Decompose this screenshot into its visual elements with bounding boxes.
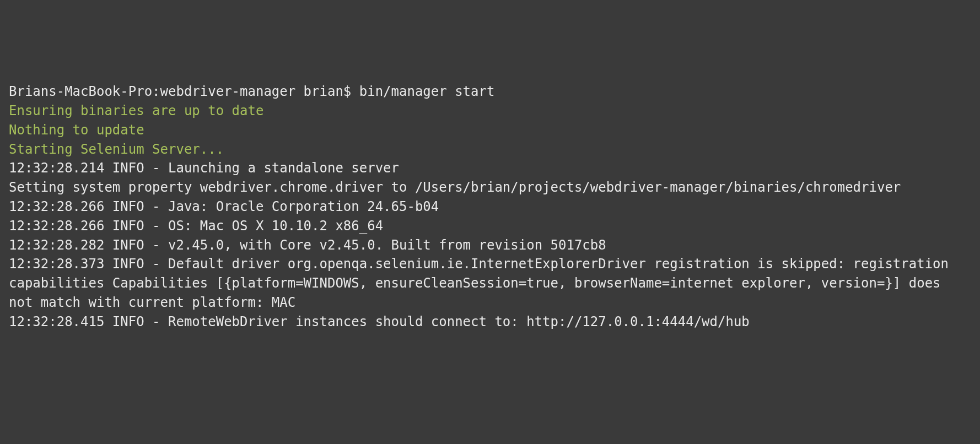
- log-line: 12:32:28.214 INFO - Launching a standalo…: [9, 159, 971, 178]
- log-line: 12:32:28.373 INFO - Default driver org.o…: [9, 255, 971, 312]
- status-line: Ensuring binaries are up to date: [9, 101, 971, 121]
- log-line: Setting system property webdriver.chrome…: [9, 178, 971, 197]
- prompt-line: Brians-MacBook-Pro:webdriver-manager bri…: [9, 82, 971, 101]
- log-line: 12:32:28.282 INFO - v2.45.0, with Core v…: [9, 236, 971, 255]
- log-line: 12:32:28.415 INFO - RemoteWebDriver inst…: [9, 312, 971, 332]
- log-line: 12:32:28.266 INFO - OS: Mac OS X 10.10.2…: [9, 216, 971, 236]
- log-line: 12:32:28.266 INFO - Java: Oracle Corpora…: [9, 197, 971, 216]
- status-line: Starting Selenium Server...: [9, 140, 971, 159]
- terminal-output[interactable]: Brians-MacBook-Pro:webdriver-manager bri…: [9, 82, 971, 331]
- status-line: Nothing to update: [9, 121, 971, 140]
